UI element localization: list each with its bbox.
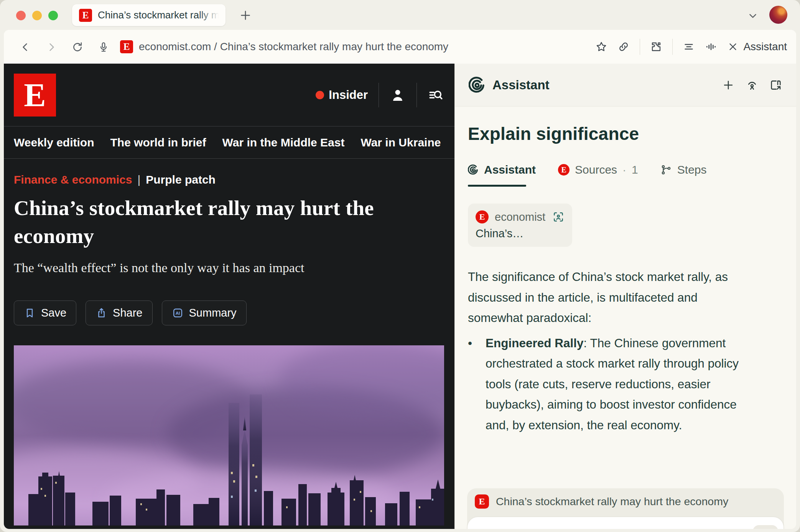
- minimize-window-button[interactable]: [32, 11, 42, 20]
- toolbar-divider: [672, 39, 673, 55]
- account-person-icon[interactable]: [390, 87, 406, 103]
- share-button[interactable]: Share: [86, 300, 152, 325]
- close-assistant-button[interactable]: Assistant: [727, 41, 787, 53]
- send-button[interactable]: [753, 525, 778, 529]
- nav-item-war-middle-east[interactable]: War in the Middle East: [222, 136, 345, 149]
- voice-waveform-icon[interactable]: [705, 41, 717, 53]
- toolbar: E economist.com / China’s stockmarket ra…: [4, 30, 796, 64]
- article: Finance & economics | Purple patch China…: [4, 173, 454, 525]
- browser-tab[interactable]: E China’s stockmarket rally ma: [72, 4, 226, 26]
- context-chip[interactable]: E China’s stockmarket rally may hurt the…: [475, 494, 776, 509]
- share-label: Share: [113, 307, 142, 319]
- url-favicon-economist: E: [120, 40, 133, 53]
- bullet-body: : The Chinese government orchestrated a …: [486, 336, 739, 432]
- chip-title: China’s stockmarket rally may hurt the e…: [496, 495, 728, 508]
- economist-logo[interactable]: E: [14, 74, 56, 117]
- active-tab-underline: [468, 185, 526, 187]
- nav-item-weekly-edition[interactable]: Weekly edition: [14, 136, 94, 149]
- tab-strip: E China’s stockmarket rally ma: [0, 0, 800, 30]
- sources-count-separator: ·: [622, 163, 626, 176]
- tab-title-fade: [199, 4, 226, 26]
- composer: E China’s stockmarket rally may hurt the…: [467, 488, 784, 529]
- zoom-window-button[interactable]: [48, 11, 58, 20]
- back-button[interactable]: [19, 41, 31, 53]
- webpage-economist: E Insider: [4, 64, 454, 529]
- browser-window: E China’s stockmarket rally ma: [0, 0, 800, 532]
- tab-assistant-label: Assistant: [484, 163, 536, 176]
- microphone-icon[interactable]: [97, 41, 110, 53]
- series-label: Purple patch: [146, 173, 216, 186]
- assistant-tabs: Assistant E Sources · 1: [468, 163, 783, 187]
- tab-favicon-economist: E: [79, 9, 92, 22]
- bullet-marker: •: [468, 333, 486, 436]
- site-nav: Weekly edition The world in brief War in…: [4, 126, 454, 159]
- assistant-tab-icon: [468, 164, 479, 175]
- source-favicon-economist: E: [476, 210, 489, 223]
- assistant-panel-header: Assistant: [455, 64, 796, 107]
- assistant-panel-title: Assistant: [492, 78, 550, 92]
- bullet-text: Engineered Rally: The Chinese government…: [486, 333, 759, 436]
- toolbar-divider: [640, 39, 640, 55]
- save-button[interactable]: Save: [14, 300, 76, 325]
- svg-text:AI: AI: [175, 310, 180, 315]
- assistant-panel: Assistant: [454, 64, 796, 529]
- url-display[interactable]: economist.com / China’s stockmarket rall…: [139, 41, 448, 53]
- source-title: China’s…: [476, 227, 565, 240]
- answer-bullet: • Engineered Rally: The Chinese governme…: [468, 333, 759, 436]
- save-label: Save: [41, 307, 66, 319]
- main-container: E economist.com / China’s stockmarket ra…: [4, 30, 796, 529]
- new-chat-plus-icon[interactable]: [722, 79, 735, 92]
- share-icon: [95, 307, 107, 319]
- tab-steps[interactable]: Steps: [660, 163, 707, 176]
- nav-item-world-in-brief[interactable]: The world in brief: [110, 136, 206, 149]
- tab-steps-label: Steps: [677, 163, 707, 176]
- section-link[interactable]: Finance & economics: [14, 173, 132, 186]
- summary-label: Summary: [189, 307, 237, 319]
- assistant-logo-icon: [469, 77, 486, 94]
- tab-sources-label: Sources: [575, 163, 617, 176]
- kicker-divider: |: [137, 173, 140, 186]
- copy-link-icon[interactable]: [617, 41, 630, 53]
- article-headline: China’s stockmarket rally may hurt the e…: [14, 194, 420, 250]
- toolbar-right: Assistant: [595, 30, 787, 64]
- summary-button[interactable]: AI Summary: [162, 300, 247, 325]
- bookmark-star-icon[interactable]: [595, 41, 607, 53]
- open-in-window-icon[interactable]: [769, 79, 782, 92]
- article-hero-image: [14, 345, 444, 525]
- insider-link[interactable]: Insider: [316, 88, 368, 102]
- tab-sources[interactable]: E Sources · 1: [558, 163, 638, 176]
- profile-avatar[interactable]: [769, 6, 787, 24]
- masthead-divider: [416, 83, 417, 107]
- page-scan-icon: [552, 211, 565, 223]
- nav-item-war-ukraine[interactable]: War in Ukraine: [360, 136, 441, 149]
- extensions-puzzle-icon[interactable]: [650, 41, 662, 53]
- insider-label: Insider: [329, 88, 368, 102]
- chevron-down-icon[interactable]: [746, 10, 759, 21]
- sources-favicon-economist: E: [558, 164, 570, 176]
- answer-intro: The significance of China’s stock market…: [468, 267, 750, 328]
- article-kicker: Finance & economics | Purple patch: [14, 173, 444, 186]
- tab-assistant[interactable]: Assistant: [468, 163, 536, 176]
- menu-search-icon[interactable]: [428, 87, 444, 103]
- ai-summary-icon: AI: [172, 307, 184, 319]
- ask-input-box[interactable]: [467, 517, 784, 529]
- sources-count: 1: [632, 163, 638, 176]
- article-actions: Save Share AI Summary: [14, 300, 444, 325]
- assistant-panel-body: Explain significance Assistant: [455, 107, 796, 529]
- traffic-lights: [16, 11, 58, 20]
- new-tab-button[interactable]: [239, 8, 252, 22]
- history-radar-icon[interactable]: [746, 79, 759, 92]
- chip-favicon-economist: E: [475, 494, 489, 509]
- insider-dot: [316, 91, 324, 99]
- masthead-divider: [379, 83, 379, 107]
- reader-mode-icon[interactable]: [683, 41, 695, 53]
- close-icon: [727, 41, 739, 53]
- source-card[interactable]: E economist China’s…: [468, 204, 572, 247]
- assistant-toggle-label: Assistant: [743, 41, 787, 53]
- forward-button[interactable]: [45, 41, 58, 53]
- bookmark-icon: [24, 307, 36, 319]
- query-title: Explain significance: [468, 107, 783, 144]
- reload-button[interactable]: [71, 41, 84, 53]
- bullet-bold: Engineered Rally: [486, 336, 584, 350]
- close-window-button[interactable]: [16, 11, 26, 20]
